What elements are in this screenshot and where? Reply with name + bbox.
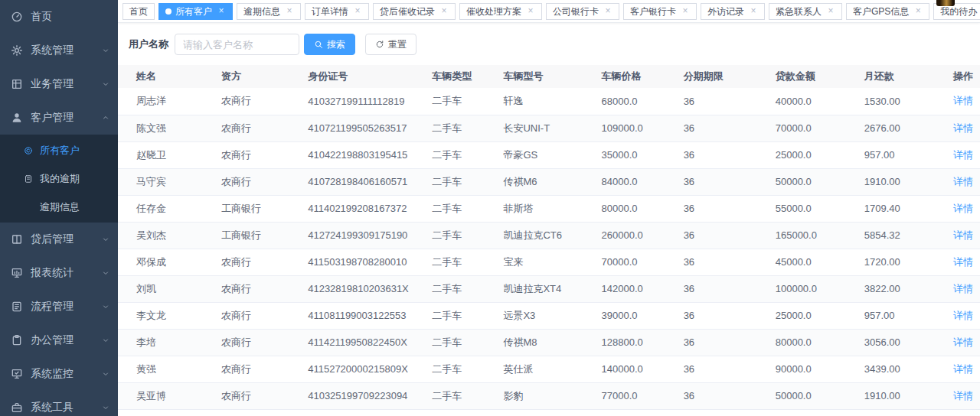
table-cell-action: 详情 xyxy=(946,115,980,141)
table-row[interactable]: 邓保成农商行411503198708280010二手车宝来70000.03645… xyxy=(118,249,980,275)
table-cell: 传祺M8 xyxy=(495,329,593,356)
table-cell: 2676.00 xyxy=(857,115,946,141)
sidebar-item[interactable]: 系统监控 xyxy=(0,357,118,391)
table-cell: 5854.32 xyxy=(857,222,946,249)
tab-item[interactable]: 首页 xyxy=(122,3,155,20)
user-icon xyxy=(11,112,23,124)
detail-link[interactable]: 详情 xyxy=(953,229,973,241)
table-row[interactable]: 吴亚博农商行410325199709223094二手车影豹77000.03650… xyxy=(118,382,980,409)
tab-item[interactable]: 客户银行卡× xyxy=(623,3,697,20)
sidebar-item[interactable]: 所有客户 xyxy=(0,136,118,164)
table-cell: 轩逸 xyxy=(495,409,593,416)
table-row[interactable]: 李培农商行41142119950822450X二手车传祺M8128800.036… xyxy=(118,329,980,356)
close-icon[interactable]: × xyxy=(526,7,535,16)
table-row[interactable]: 陈文强农商行410721199505263517二手车长安UNI-T109000… xyxy=(118,115,980,141)
sidebar-item[interactable]: 流程管理 xyxy=(0,290,118,323)
tab-item[interactable]: 公司银行卡× xyxy=(546,3,619,20)
sidebar-item[interactable]: 办公管理 xyxy=(0,323,118,357)
close-icon[interactable]: × xyxy=(603,7,612,16)
sidebar-item[interactable]: 贷后管理 xyxy=(0,223,118,256)
close-icon[interactable]: × xyxy=(826,7,835,16)
close-icon[interactable]: × xyxy=(913,7,923,16)
detail-link[interactable]: 详情 xyxy=(953,176,973,187)
chevron-down-icon xyxy=(101,302,110,311)
tabs-bar: 首页所有客户×逾期信息×订单详情×贷后催收记录×催收处理方案×公司银行卡×客户银… xyxy=(118,0,980,23)
avatar-partial[interactable] xyxy=(936,0,955,6)
table-row[interactable]: 吴刘杰工商银行412724199309175190二手车凯迪拉克CT626000… xyxy=(118,222,980,249)
table-cell: 36 xyxy=(676,356,768,382)
table-row[interactable]: 王明杰农商行二手车轩逸详情 xyxy=(118,409,980,416)
sidebar-item[interactable]: 逾期信息 xyxy=(0,193,118,221)
detail-link[interactable]: 详情 xyxy=(953,390,973,401)
table-cell: 李文龙 xyxy=(118,302,214,329)
table-cell: 农商行 xyxy=(214,409,300,416)
detail-link[interactable]: 详情 xyxy=(953,256,973,268)
search-button[interactable]: 搜索 xyxy=(304,34,355,55)
close-icon[interactable]: × xyxy=(217,7,226,16)
table-cell: 宝来 xyxy=(495,249,593,275)
tab-item[interactable]: 订单详情× xyxy=(305,3,369,20)
tab-item[interactable]: 紧急联系人× xyxy=(769,3,842,20)
detail-link[interactable]: 详情 xyxy=(953,122,973,134)
chevron-down-icon xyxy=(101,403,110,412)
close-icon[interactable]: × xyxy=(285,7,294,16)
detail-link[interactable]: 详情 xyxy=(953,149,973,161)
table-cell: 刘凯 xyxy=(118,275,214,302)
sidebar-item[interactable]: 业务管理 xyxy=(0,67,118,101)
sidebar-item[interactable]: 系统管理 xyxy=(0,34,118,67)
sidebar-item[interactable]: 我的逾期 xyxy=(0,164,118,193)
detail-link[interactable]: 详情 xyxy=(953,336,973,348)
sidebar-item[interactable]: 客户管理 xyxy=(0,101,118,135)
table-cell: 任存金 xyxy=(118,195,214,222)
table-cell: 赵晓卫 xyxy=(118,141,214,168)
tab-label: 紧急联系人 xyxy=(776,7,822,16)
tab-label: 首页 xyxy=(129,7,148,16)
table-row[interactable]: 李文龙农商行411081199003122553二手车远景X339000.036… xyxy=(118,302,980,329)
sidebar-item[interactable]: 报表统计 xyxy=(0,256,118,290)
detail-link[interactable]: 详情 xyxy=(953,310,973,321)
table-row[interactable]: 马守宾农商行410728198406160571二手车传祺M684000.036… xyxy=(118,168,980,195)
table-cell: 工商银行 xyxy=(214,222,300,249)
detail-link[interactable]: 详情 xyxy=(953,203,973,214)
tab-item[interactable]: 催收处理方案× xyxy=(459,3,542,20)
search-icon xyxy=(314,40,323,49)
detail-link[interactable]: 详情 xyxy=(953,363,973,375)
table-cell: 二手车 xyxy=(424,356,495,382)
detail-link[interactable]: 详情 xyxy=(953,283,973,294)
table-row[interactable]: 黄强农商行41152720000215809X二手车英仕派140000.0369… xyxy=(118,356,980,382)
search-input[interactable] xyxy=(175,34,299,55)
tab-item[interactable]: 逾期信息× xyxy=(237,3,301,20)
sidebar-item[interactable]: 首页 xyxy=(0,0,118,34)
table-cell: 王明杰 xyxy=(118,409,214,416)
table-cell: 41152720000215809X xyxy=(300,356,424,382)
table-cell: 142000.0 xyxy=(594,275,676,302)
close-icon[interactable]: × xyxy=(353,7,362,16)
close-icon[interactable]: × xyxy=(681,7,690,16)
tab-item[interactable]: 所有客户× xyxy=(158,3,233,20)
chevron-down-icon xyxy=(101,369,110,379)
table-cell: 68000.0 xyxy=(594,88,676,115)
table-cell xyxy=(594,409,676,416)
table-row[interactable]: 赵晓卫农商行410422198803195415二手车帝豪GS35000.036… xyxy=(118,141,980,168)
table-cell: 3439.00 xyxy=(857,356,946,382)
tab-item[interactable]: 外访记录× xyxy=(701,3,765,20)
close-icon[interactable]: × xyxy=(749,7,758,16)
table-cell: 二手车 xyxy=(424,168,495,195)
table-row[interactable]: 任存金工商银行411402199208167372二手车菲斯塔80000.036… xyxy=(118,195,980,222)
table-row[interactable]: 周志洋农商行410327199111112819二手车轩逸68000.03640… xyxy=(118,88,980,115)
table-cell-action: 详情 xyxy=(946,249,980,275)
table-cell-action: 详情 xyxy=(946,222,980,249)
table-row[interactable]: 刘凯农商行41232819810203631X二手车凯迪拉克XT4142000.… xyxy=(118,275,980,302)
tab-label: 所有客户 xyxy=(175,7,212,16)
table-cell xyxy=(676,409,768,416)
detail-link[interactable]: 详情 xyxy=(953,95,973,106)
gear-icon xyxy=(11,44,23,57)
reset-button[interactable]: 重置 xyxy=(365,34,416,55)
sidebar-item[interactable]: 系统工具 xyxy=(0,391,118,416)
table-cell: 41232819810203631X xyxy=(300,275,424,302)
column-header: 操作 xyxy=(946,65,980,88)
tab-item[interactable]: 客户GPS信息× xyxy=(846,3,929,20)
close-icon[interactable]: × xyxy=(439,7,449,16)
sidebar-item-label: 逾期信息 xyxy=(40,200,110,214)
tab-item[interactable]: 贷后催收记录× xyxy=(373,3,456,20)
